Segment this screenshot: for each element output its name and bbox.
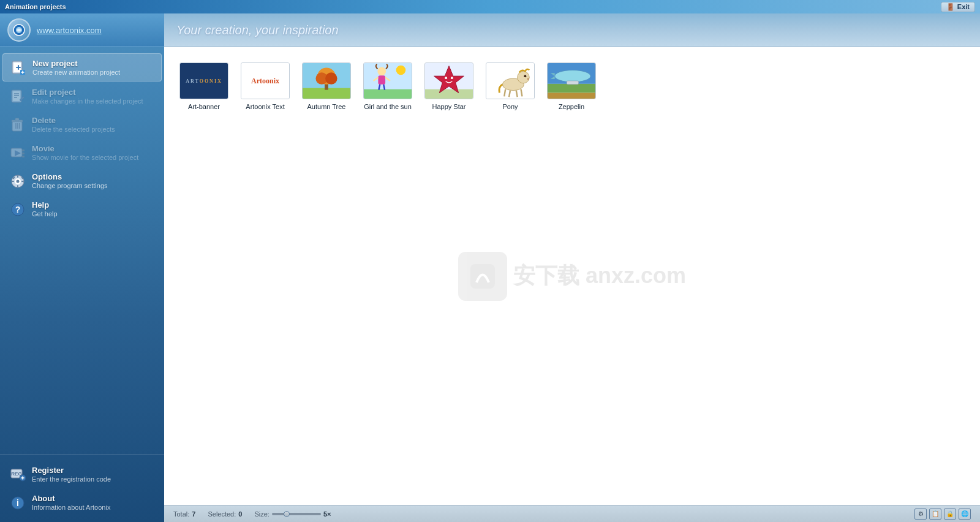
sidebar-nav: New project Create new animation project — [0, 47, 164, 454]
size-slider[interactable] — [272, 513, 321, 515]
svg-point-76 — [555, 70, 591, 82]
svg-point-63 — [451, 77, 453, 79]
statusbar: Total: 7 Selected: 0 Size: 5× ⚙ 📋 — [164, 505, 980, 522]
new-project-sublabel: Create new animation project — [32, 69, 120, 76]
about-label: About — [32, 494, 110, 503]
thumb-artbanner: ARTOONIX — [180, 63, 228, 99]
project-item-art-banner[interactable]: ARTOONIX Art-banner — [176, 59, 232, 114]
edit-project-label: Edit project — [32, 88, 143, 97]
sidebar: www.artoonix.com — [0, 13, 164, 522]
sidebar-item-about[interactable]: i About Information about Artoonix — [2, 489, 162, 516]
help-text: Help Get help — [32, 200, 58, 218]
size-slider-thumb — [284, 511, 290, 517]
svg-rect-27 — [17, 175, 18, 178]
help-label: Help — [32, 200, 58, 210]
project-thumbnail-zeppelin — [547, 62, 596, 99]
statusbar-icons: ⚙ 📋 🔒 🌐 — [914, 509, 971, 520]
svg-rect-10 — [13, 91, 20, 101]
svg-rect-28 — [17, 185, 18, 187]
project-item-zeppelin[interactable]: Zeppelin — [544, 59, 599, 114]
svg-point-33 — [17, 180, 20, 183]
exit-icon: 🚪 — [946, 3, 955, 11]
delete-label: Delete — [32, 116, 115, 125]
register-label: Register — [32, 466, 111, 475]
sidebar-item-delete: Delete Delete the selected projects — [2, 111, 162, 138]
svg-point-66 — [518, 71, 530, 83]
svg-rect-54 — [378, 75, 385, 85]
status-size: Size: 5× — [254, 510, 331, 518]
exit-button[interactable]: 🚪 Exit — [941, 2, 975, 12]
size-label: Size: — [254, 510, 269, 518]
project-thumbnail-artoonix-text: Artoonix — [241, 62, 290, 99]
sidebar-item-register[interactable]: REG Register Enter the registration code — [2, 461, 162, 488]
svg-rect-51 — [364, 89, 412, 99]
svg-rect-46 — [325, 84, 328, 90]
project-item-artoonix-text[interactable]: Artoonix Artoonix Text — [238, 59, 293, 114]
movie-text: Movie Show movie for the selected projec… — [32, 144, 138, 161]
project-name-autumn-tree: Autumn Tree — [307, 102, 346, 111]
main-content: Your creation, your inspiration 安下载 anxz… — [164, 13, 980, 522]
thumb-artoonix: Artoonix — [241, 63, 289, 99]
project-thumbnail-happy-star — [424, 62, 473, 99]
projects-grid: ARTOONIX Art-banner Artoonix Artoonix Te… — [173, 56, 971, 117]
edit-project-text: Edit project Make changes in the selecte… — [32, 88, 143, 105]
help-icon: ? — [10, 202, 26, 218]
selected-label: Selected: — [208, 510, 236, 518]
project-item-happy-star[interactable]: Happy Star — [421, 59, 477, 114]
sidebar-item-new-project[interactable]: New project Create new animation project — [2, 53, 162, 81]
app-body: www.artoonix.com — [0, 13, 980, 522]
svg-point-71 — [524, 75, 526, 77]
svg-point-49 — [325, 72, 337, 85]
svg-text:?: ? — [15, 205, 21, 214]
project-name-art-banner: Art-banner — [188, 102, 220, 111]
svg-rect-14 — [12, 121, 22, 131]
svg-point-52 — [396, 66, 406, 75]
sidebar-item-edit-project: Edit project Make changes in the selecte… — [2, 83, 162, 110]
statusbar-icon-4[interactable]: 🌐 — [959, 509, 971, 520]
project-item-autumn-tree[interactable]: Autumn Tree — [299, 59, 354, 114]
options-label: Options — [32, 172, 108, 181]
project-name-girl-and-sun: Girl and the sun — [364, 102, 412, 111]
svg-rect-24 — [22, 156, 24, 157]
edit-project-icon — [10, 89, 26, 105]
website-link[interactable]: www.artoonix.com — [37, 26, 101, 35]
svg-rect-77 — [567, 81, 579, 85]
watermark-icon — [458, 252, 507, 301]
total-value: 7 — [192, 510, 195, 518]
project-thumbnail-autumn-tree — [302, 62, 351, 99]
selected-value: 0 — [238, 510, 242, 518]
status-total: Total: 7 — [173, 510, 195, 518]
watermark-text: 安下载 anxz.com — [513, 261, 686, 291]
edit-project-sublabel: Make changes in the selected project — [32, 97, 143, 105]
movie-icon — [10, 145, 26, 161]
svg-rect-22 — [22, 149, 24, 151]
project-thumbnail-art-banner: ARTOONIX — [179, 62, 228, 99]
movie-label: Movie — [32, 144, 138, 153]
app-titlebar: Animation projects 🚪 Exit — [0, 0, 980, 13]
sidebar-item-options[interactable]: Options Change program settings — [2, 167, 162, 194]
svg-point-53 — [377, 67, 386, 76]
content-header: Your creation, your inspiration — [164, 13, 980, 47]
about-text: About Information about Artoonix — [32, 494, 110, 511]
about-sublabel: Information about Artoonix — [32, 504, 110, 511]
sidebar-bottom: REG Register Enter the registration code — [0, 454, 164, 522]
statusbar-icon-2[interactable]: 📋 — [929, 509, 941, 520]
statusbar-icon-3[interactable]: 🔒 — [944, 509, 956, 520]
project-item-girl-and-sun[interactable]: Girl and the sun — [360, 59, 415, 114]
sidebar-item-help[interactable]: ? Help Get help — [2, 195, 162, 222]
main-window: Animation projects 🚪 Exit www.artoonix.c… — [0, 0, 980, 522]
project-thumbnail-girl-and-sun — [363, 62, 412, 99]
logo-icon — [7, 18, 31, 42]
project-thumbnail-pony — [486, 62, 535, 99]
register-sublabel: Enter the registration code — [32, 475, 111, 483]
project-name-zeppelin: Zeppelin — [559, 102, 584, 111]
projects-area: 安下载 anxz.com ARTOONIX Art-banner — [164, 47, 980, 505]
project-name-artoonix-text: Artoonix Text — [246, 102, 284, 111]
size-value: 5× — [323, 510, 331, 518]
project-item-pony[interactable]: Pony — [483, 59, 538, 114]
project-name-happy-star: Happy Star — [432, 102, 466, 111]
svg-rect-43 — [470, 264, 495, 289]
app-title: Animation projects — [5, 3, 66, 10]
statusbar-icon-1[interactable]: ⚙ — [914, 509, 927, 520]
content-tagline: Your creation, your inspiration — [176, 23, 339, 37]
